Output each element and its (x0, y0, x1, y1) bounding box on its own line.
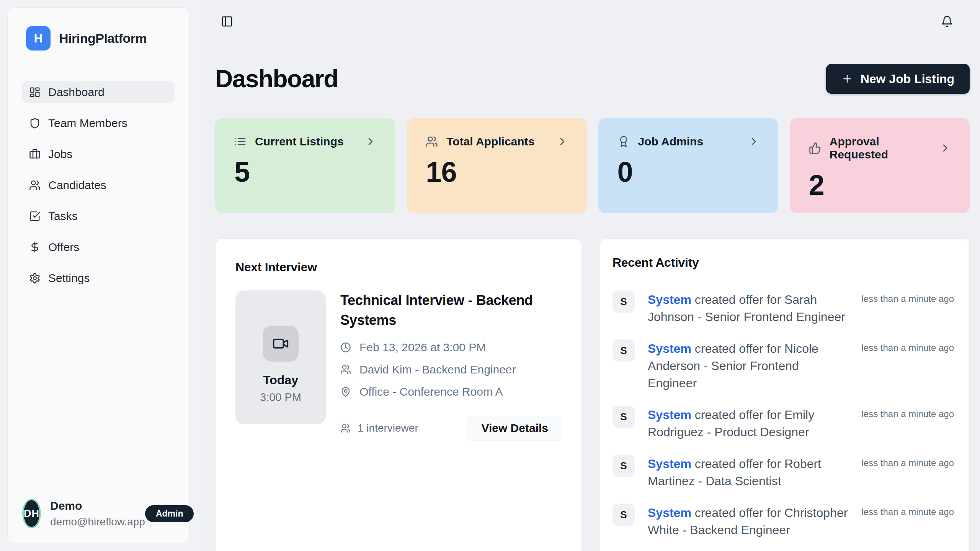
users-icon (426, 135, 438, 148)
activity-timestamp: less than a minute ago (862, 406, 954, 419)
sidebar-item[interactable]: Jobs (22, 143, 175, 165)
activity-avatar: S (612, 290, 635, 313)
user-email: demo@hireflow.app (50, 516, 145, 528)
interview-location-row: Office - Conference Room A (340, 385, 562, 398)
next-interview-title: Next Interview (235, 260, 562, 274)
bell-icon (941, 15, 953, 28)
briefcase-icon (29, 148, 41, 160)
activity-timestamp: less than a minute ago (862, 504, 954, 517)
notifications-button[interactable] (941, 15, 953, 28)
activity-avatar: S (612, 339, 635, 362)
sidebar-item[interactable]: Offers (22, 236, 175, 258)
sidebar-item[interactable]: Candidates (22, 174, 175, 196)
topbar (197, 0, 980, 43)
activity-row: S System created offer for Christopher W… (612, 504, 954, 539)
stat-card[interactable]: Total Applicants 16 (407, 118, 586, 213)
sidebar-item-label: Dashboard (48, 86, 105, 99)
stat-label: Approval Requested (830, 135, 931, 161)
map-pin-icon (340, 386, 351, 397)
view-details-button[interactable]: View Details (467, 416, 562, 440)
dashboard-content: Dashboard New Job Listing Current Listin… (197, 43, 980, 551)
interview-person: David Kim - Backend Engineer (359, 363, 516, 376)
next-interview-card: Next Interview Today 3:00 PM Technical I… (215, 238, 582, 551)
dashboard-icon (29, 86, 41, 98)
stat-label: Current Listings (255, 135, 344, 148)
stat-card[interactable]: Current Listings 5 (215, 118, 395, 213)
activity-row: S System created offer for Robert Martin… (612, 455, 954, 490)
users-icon (340, 364, 351, 375)
app-root: H HiringPlatform Dashboard Team Members … (0, 0, 980, 551)
stats-row: Current Listings 5 Total Applicants 16 (215, 118, 970, 213)
user-info: Demo demo@hireflow.app (50, 499, 145, 528)
clock-icon (340, 342, 351, 353)
thumbs-up-icon (809, 142, 821, 154)
stat-value: 5 (234, 156, 377, 188)
chevron-right-icon (748, 135, 760, 148)
activity-actor-link[interactable]: System (648, 342, 691, 355)
interview-person-row: David Kim - Backend Engineer (340, 363, 562, 376)
stat-value: 0 (617, 156, 760, 188)
sidebar-nav: Dashboard Team Members Jobs Candidates (22, 81, 175, 289)
activity-actor-link[interactable]: System (648, 293, 691, 306)
activity-avatar: S (612, 455, 635, 477)
stat-value: 16 (426, 156, 568, 188)
user-name: Demo (50, 499, 145, 512)
activity-actor-link[interactable]: System (648, 506, 691, 520)
sidebar-item[interactable]: Tasks (22, 205, 175, 227)
stat-card[interactable]: Approval Requested 2 (790, 118, 970, 213)
interview-when-panel: Today 3:00 PM (235, 290, 326, 424)
activity-row: S System created offer for Nicole Anders… (612, 339, 954, 392)
users-icon (29, 179, 41, 191)
sidebar-item[interactable]: Team Members (22, 112, 175, 134)
interview-datetime: Feb 13, 2026 at 3:00 PM (359, 341, 486, 354)
activity-text: System created offer for Nicole Anderson… (648, 339, 849, 392)
interview-job-title: Technical Interview - Backend Systems (340, 290, 536, 330)
check-square-icon (29, 210, 41, 222)
stat-label: Job Admins (638, 135, 704, 148)
user-card[interactable]: DH Demo demo@hireflow.app Admin (22, 499, 175, 528)
activity-list: S System created offer for Sarah Johnson… (612, 290, 954, 551)
sidebar-item[interactable]: Settings (22, 267, 175, 289)
new-job-listing-button[interactable]: New Job Listing (826, 64, 970, 94)
gear-icon (29, 272, 41, 284)
chevron-right-icon (556, 135, 568, 148)
activity-row: S System created offer for Emily Rodrigu… (612, 406, 954, 441)
recent-activity-title: Recent Activity (612, 256, 954, 270)
activity-actor-link[interactable]: System (648, 457, 691, 471)
dashboard-columns: Next Interview Today 3:00 PM Technical I… (215, 238, 970, 551)
video-tile (263, 326, 299, 362)
recent-activity-card: Recent Activity S System created offer f… (600, 238, 970, 551)
new-job-listing-label: New Job Listing (861, 72, 954, 86)
activity-avatar: S (612, 406, 635, 428)
activity-timestamp: less than a minute ago (862, 339, 954, 353)
sidebar-item-label: Tasks (48, 210, 78, 223)
sidebar-item-label: Team Members (48, 117, 127, 130)
stat-label: Total Applicants (446, 135, 534, 148)
activity-row: S System created offer for Sarah Johnson… (612, 290, 954, 326)
sidebar-toggle-button[interactable] (221, 15, 233, 28)
interview-time: 3:00 PM (260, 391, 301, 404)
stat-value: 2 (809, 169, 951, 201)
activity-timestamp: less than a minute ago (862, 290, 954, 304)
sidebar-item-label: Candidates (48, 179, 106, 192)
panel-left-icon (221, 15, 233, 28)
sidebar: H HiringPlatform Dashboard Team Members … (7, 7, 189, 543)
shield-icon (29, 117, 41, 129)
interviewer-count: 1 interviewer (340, 422, 418, 434)
stat-card[interactable]: Job Admins 0 (598, 118, 778, 213)
plus-icon (841, 73, 853, 85)
sidebar-item-label: Jobs (48, 148, 72, 161)
sidebar-item-label: Settings (48, 272, 90, 285)
activity-timestamp: less than a minute ago (862, 455, 954, 468)
activity-actor-link[interactable]: System (648, 408, 691, 422)
activity-avatar: S (612, 504, 635, 526)
role-badge: Admin (145, 505, 194, 522)
activity-text: System created offer for Sarah Johnson -… (648, 290, 849, 326)
app-title: HiringPlatform (59, 31, 147, 46)
interview-location: Office - Conference Room A (359, 385, 503, 398)
brand: H HiringPlatform (26, 26, 175, 51)
main-area: Dashboard New Job Listing Current Listin… (197, 0, 980, 551)
dollar-icon (29, 241, 41, 253)
sidebar-item[interactable]: Dashboard (22, 81, 175, 103)
award-icon (617, 135, 630, 148)
